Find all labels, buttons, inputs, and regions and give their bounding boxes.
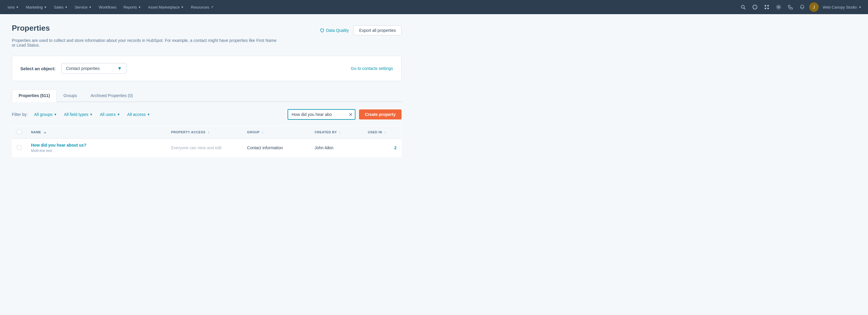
notifications-icon-btn[interactable]: [798, 2, 807, 12]
upgrade-icon: ↑: [752, 5, 757, 9]
tab-properties[interactable]: Properties (511): [12, 90, 57, 102]
table-body: How did you hear about us? Multi-line te…: [12, 139, 402, 157]
row-checkbox-cell: [12, 139, 27, 157]
upgrade-icon-btn[interactable]: ↑: [750, 2, 760, 12]
top-navigation: ions ▼ Marketing ▼ Sales ▼ Service ▼ Wor…: [0, 0, 868, 14]
svg-rect-5: [767, 5, 769, 6]
all-access-chevron: ▼: [147, 113, 150, 116]
search-container: ✕: [287, 109, 355, 120]
nav-label-sales: Sales: [54, 5, 64, 9]
row-created-cell: John Aikin: [310, 139, 363, 157]
svg-rect-7: [767, 8, 769, 9]
name-sort-icon[interactable]: ▲: [43, 130, 46, 134]
nav-item-marketing[interactable]: Marketing ▼: [23, 0, 50, 14]
group-sort-icon[interactable]: ↕: [262, 130, 264, 134]
nav-item-asset-marketplace[interactable]: Asset Marketplace ▼: [145, 0, 187, 14]
avatar[interactable]: J: [809, 2, 819, 12]
properties-table: Name ▲ Property Access ↕ Group ↕ Created…: [12, 126, 402, 157]
bell-icon: [800, 5, 805, 9]
col-used-label: Used In: [368, 130, 382, 134]
export-all-properties-button[interactable]: Export all properties: [353, 25, 402, 35]
row-access-cell: Everyone can view and edit: [166, 139, 242, 157]
tab-groups[interactable]: Groups: [57, 90, 84, 102]
row-group-cell: Contact information: [242, 139, 310, 157]
property-used-in[interactable]: 2: [394, 145, 397, 150]
th-checkbox: [12, 126, 27, 139]
nav-right-section: ↑: [738, 2, 863, 12]
page-description: Properties are used to collect and store…: [12, 38, 278, 47]
all-groups-chevron: ▼: [54, 113, 57, 116]
data-quality-link[interactable]: Data Quality: [320, 28, 349, 33]
select-object-card: Select an object: Contact properties ▼ G…: [12, 56, 402, 81]
property-created-by: John Aikin: [314, 145, 333, 150]
svg-line-1: [744, 8, 745, 9]
nav-label-reports: Reports: [123, 5, 137, 9]
col-access-label: Property Access: [171, 130, 206, 134]
nav-chevron-service: ▼: [89, 6, 92, 9]
th-name: Name ▲: [26, 126, 166, 139]
phone-icon-btn[interactable]: [786, 2, 795, 12]
filter-by-label: Filter by:: [12, 112, 28, 117]
svg-point-8: [778, 6, 779, 8]
col-created-label: Created By: [314, 130, 337, 134]
all-users-filter[interactable]: All users ▼: [98, 111, 122, 118]
th-created-by: Created By ↕: [310, 126, 363, 139]
nav-label-ions: ions: [8, 5, 15, 9]
marketplace-icon: [764, 5, 769, 9]
nav-item-resources[interactable]: Resources ↗: [188, 0, 216, 14]
nav-chevron-sales: ▼: [65, 6, 68, 9]
property-group: Contact information: [247, 145, 283, 150]
search-icon-btn[interactable]: [738, 2, 748, 12]
marketplace-icon-btn[interactable]: [762, 2, 771, 12]
property-name-link[interactable]: How did you hear about us?: [31, 143, 162, 147]
workspace-selector[interactable]: Web Canopy Studio ▼: [821, 5, 863, 9]
go-to-contacts-settings-link[interactable]: Go to contacts settings: [351, 66, 393, 71]
filter-row: Filter by: All groups ▼ All field types …: [12, 109, 402, 120]
avatar-initial: J: [813, 5, 815, 9]
create-property-button[interactable]: Create property: [359, 109, 402, 119]
access-sort-icon[interactable]: ↕: [208, 130, 209, 134]
search-input[interactable]: [287, 109, 355, 120]
tab-archived[interactable]: Archived Properties (0): [84, 90, 140, 102]
table-row: How did you hear about us? Multi-line te…: [12, 139, 402, 157]
object-type-dropdown[interactable]: Contact properties ▼: [61, 63, 126, 74]
all-groups-label: All groups: [34, 112, 53, 117]
search-clear-button[interactable]: ✕: [349, 112, 352, 117]
nav-label-resources: Resources: [191, 5, 209, 9]
phone-icon: [788, 5, 793, 9]
page-header: Properties Data Quality Export all prope…: [12, 24, 402, 36]
select-all-checkbox[interactable]: [17, 130, 22, 134]
nav-chevron-ions: ▼: [16, 6, 19, 9]
gear-icon: [776, 5, 781, 9]
search-and-create: ✕ Create property: [287, 109, 402, 120]
nav-item-reports[interactable]: Reports ▼: [120, 0, 144, 14]
nav-item-service[interactable]: Service ▼: [72, 0, 94, 14]
nav-item-ions[interactable]: ions ▼: [5, 0, 22, 14]
all-groups-filter[interactable]: All groups ▼: [32, 111, 59, 118]
created-sort-icon[interactable]: ↕: [339, 130, 341, 134]
table-header: Name ▲ Property Access ↕ Group ↕ Created…: [12, 126, 402, 139]
all-access-label: All access: [127, 112, 146, 117]
nav-label-service: Service: [75, 5, 87, 9]
nav-item-workflows[interactable]: Workflows: [96, 0, 119, 14]
svg-text:↑: ↑: [754, 6, 755, 9]
all-access-filter[interactable]: All access ▼: [125, 111, 152, 118]
th-used-in: Used In ↕: [363, 126, 402, 139]
used-sort-icon[interactable]: ↕: [384, 130, 386, 134]
nav-label-marketing: Marketing: [26, 5, 43, 9]
nav-chevron-asset-marketplace: ▼: [181, 6, 184, 9]
row-used-cell: 2: [363, 139, 402, 157]
all-field-types-chevron: ▼: [89, 113, 93, 116]
row-checkbox[interactable]: [17, 145, 22, 150]
all-field-types-filter[interactable]: All field types ▼: [62, 111, 94, 118]
nav-label-asset-marketplace: Asset Marketplace: [148, 5, 180, 9]
th-group: Group ↕: [242, 126, 310, 139]
settings-icon-btn[interactable]: [774, 2, 783, 12]
selected-object-type: Contact properties: [66, 66, 99, 71]
all-users-chevron: ▼: [117, 113, 120, 116]
svg-point-9: [776, 5, 781, 9]
all-field-types-label: All field types: [64, 112, 88, 117]
nav-item-sales[interactable]: Sales ▼: [51, 0, 70, 14]
property-type: Multi-line text: [31, 149, 52, 153]
select-object-section: Select an object: Contact properties ▼: [20, 63, 126, 74]
